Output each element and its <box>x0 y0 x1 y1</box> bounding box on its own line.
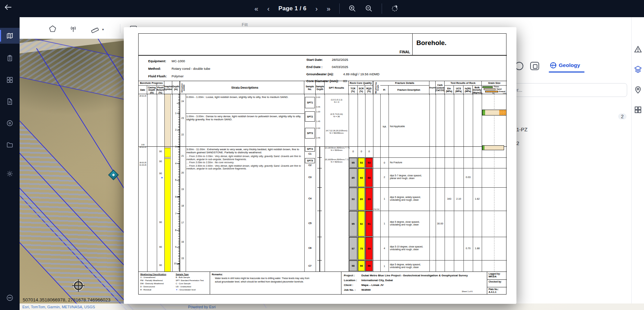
tcr-bar: 93 <box>349 188 357 210</box>
sheet-footer: Weathering Classification U - Unweathere… <box>139 272 507 295</box>
progress-date: 28-02-25 <box>139 162 147 163</box>
rqd-bar: 69 <box>365 237 373 260</box>
last-page-button[interactable]: » <box>327 5 330 12</box>
core-run-label: C6 <box>305 247 315 249</box>
application-root: « ‹ Page 1 / 6 › » <box>0 0 644 310</box>
tab-geology[interactable]: Geology <box>550 62 580 68</box>
col-ein: Ein (MPa) <box>445 86 454 95</box>
sidebar-item-document[interactable] <box>0 93 20 109</box>
tcr-bar: 95 <box>349 211 357 236</box>
client-label: Client : <box>344 284 353 287</box>
basemap-grid-icon[interactable] <box>634 106 642 114</box>
remarks-title: Remarks: <box>212 273 223 276</box>
job-no-label: Job No. : <box>344 288 356 291</box>
chevron-down-icon[interactable]: ▾ <box>102 27 104 31</box>
col-strata-descriptions: Strata Descriptions <box>186 81 304 95</box>
fluid-flush-value: Polymer <box>172 74 184 78</box>
flush-return-value: 90 <box>157 172 164 175</box>
col-weathering-grade: Weathering Grade <box>373 81 380 95</box>
spt-result: (1,0,1,0,1,1)N = 3 <box>325 98 348 103</box>
scr-bar: 75 <box>358 237 365 260</box>
job-no-value: 503599 <box>361 288 371 291</box>
filter-control-fragment[interactable]: Filt <box>242 22 248 27</box>
grain-size-bar <box>482 110 506 115</box>
document-title: Borehole. <box>416 39 447 47</box>
first-page-button[interactable]: « <box>254 5 258 12</box>
grain-sand-label: Sand <box>496 88 502 90</box>
borehole-log-modal[interactable]: Borehole. FINAL Equipment: MC-1000 Metho… <box>124 27 516 304</box>
sidebar-item-clipboard[interactable] <box>0 50 20 66</box>
groundwater-legend-line: ▼ - Groundwater level <box>176 289 196 291</box>
sidebar-item-map[interactable] <box>0 28 20 44</box>
previous-page-button[interactable]: ‹ <box>267 5 270 12</box>
rqd-bar: 89 <box>365 188 373 210</box>
weathering-na-desc: Not Applicable <box>390 125 428 128</box>
borehole-log-sheet: Borehole. FINAL Equipment: MC-1000 Metho… <box>138 33 506 295</box>
scr-bar: 53 <box>358 158 365 168</box>
rqd-value: 0 <box>365 150 373 153</box>
zoom-out-icon[interactable] <box>365 5 373 12</box>
next-page-button[interactable]: › <box>315 5 318 12</box>
rqd-bar: 96 <box>365 261 373 271</box>
table-body: 1 2 3 4 5 6 7 8 9 10 24 23 22 21 20 19 1… <box>139 94 507 272</box>
col-spt-results: SPT Results <box>325 81 349 95</box>
bulk-density-value: 1.62 <box>473 197 482 200</box>
location-label: Location : <box>344 279 357 282</box>
attribution-links[interactable]: Esri, TomTom, Garmin, METI/NASA, USGS <box>22 305 95 309</box>
bulk-density-value: 1.88 <box>473 247 482 250</box>
layers-icon[interactable] <box>634 65 642 73</box>
flush-return-value: 90 <box>157 221 164 223</box>
header-divider <box>412 34 413 55</box>
grain-gravel-swatch <box>485 91 498 92</box>
core-run-label: C7 <box>305 265 315 267</box>
col-ucs: UCS (MPa) <box>454 86 463 95</box>
header-rule <box>139 55 507 56</box>
graphic-soil-cap <box>164 157 171 159</box>
graphic-sandstone-fill <box>164 146 171 272</box>
scr-bar: 68 <box>358 168 365 187</box>
plate-no-value: A.4.1.1 <box>489 291 496 293</box>
client-value: Mapa – Limak JV <box>361 284 383 287</box>
right-icon-rail <box>631 17 644 303</box>
signal-tool-icon[interactable] <box>69 25 77 33</box>
frame-icon[interactable] <box>530 62 539 70</box>
powered-by-esri-link[interactable]: Powered by Esri <box>188 305 216 309</box>
shape-tool-icon[interactable] <box>48 25 57 33</box>
core-run-label: C1 <box>305 153 315 155</box>
col-fracture-description: Fracture Description <box>389 86 429 95</box>
map-borehole-marker[interactable] <box>108 169 119 180</box>
ein-value: 343 <box>445 197 454 200</box>
sample-type-title: Sample Type <box>176 273 189 275</box>
scr-bar: 89 <box>358 188 365 210</box>
warning-icon[interactable] <box>634 45 642 53</box>
core-run-label: C5 <box>305 222 315 224</box>
col-scr: SCR (%) <box>358 86 365 95</box>
location-pin-icon[interactable] <box>634 86 642 94</box>
sidebar-item-dashboard[interactable] <box>0 72 20 88</box>
sample-box: SPT3 <box>305 128 315 139</box>
method-value: Rotary cored - double tube <box>172 67 210 70</box>
rqd-bar: 53 <box>365 158 373 168</box>
sample-box: SPT2 <box>305 111 315 122</box>
flush-return-value: 90 <box>157 160 164 163</box>
table-header: Borehole Progress Date Casing Depth (m) … <box>139 81 507 94</box>
col-fracture-details: Fracture Details <box>380 81 429 86</box>
map-crosshair-marker[interactable] <box>74 281 83 290</box>
col-elevation: Elevation mDMD <box>180 81 186 95</box>
scr-bar: 92 <box>358 211 365 236</box>
col-depth2: Depth <box>429 81 436 95</box>
groundwater-value: 4.89 mbgl / 19.56 mDMD <box>343 72 380 76</box>
measure-tool-icon[interactable] <box>91 25 99 33</box>
rqd-bar: 91 <box>365 211 373 236</box>
back-arrow-icon[interactable] <box>5 4 12 12</box>
weathering-na: NA <box>380 125 389 128</box>
sidebar-item-disc[interactable] <box>0 115 20 131</box>
sheet-number: Sheet 1 of 6 <box>462 290 472 292</box>
sidebar-item-settings[interactable] <box>0 166 20 181</box>
sidebar-item-folder[interactable] <box>0 137 20 153</box>
zoom-in-icon[interactable] <box>349 5 356 12</box>
rotate-icon[interactable] <box>391 5 399 12</box>
tcr-value: 0 <box>349 150 358 153</box>
sidebar-item-help-chat[interactable] <box>0 290 20 306</box>
tab-active-underline <box>549 71 585 73</box>
